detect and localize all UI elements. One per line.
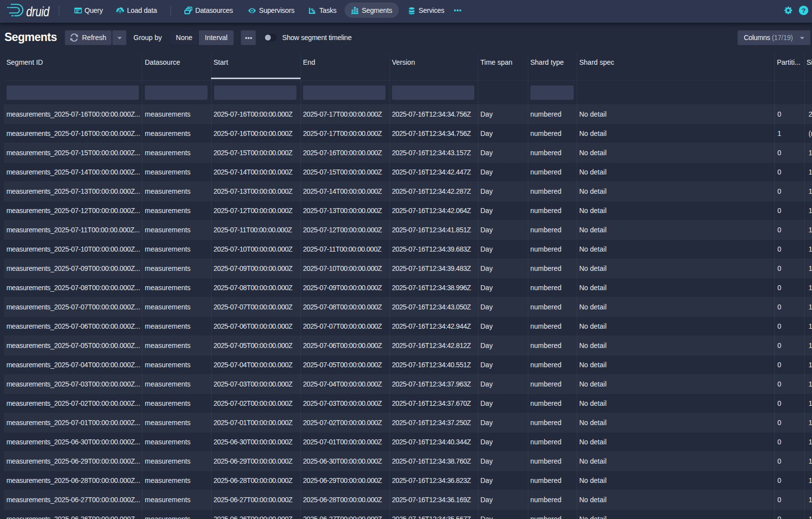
- svg-text:?: ?: [802, 7, 806, 14]
